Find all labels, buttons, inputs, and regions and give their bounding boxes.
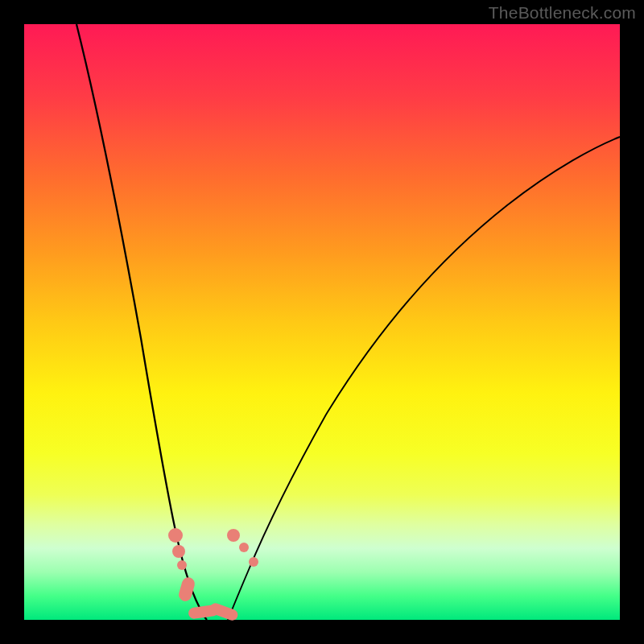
left-curve	[76, 24, 207, 620]
marker-dot	[177, 560, 187, 570]
marker-dot	[249, 557, 258, 567]
right-curve	[228, 137, 620, 620]
marker-dot	[168, 528, 183, 543]
marker-group	[168, 528, 258, 622]
marker-dot	[172, 545, 185, 558]
marker-capsule	[177, 576, 196, 602]
curve-layer	[24, 24, 620, 620]
watermark-text: TheBottleneck.com	[489, 3, 636, 23]
marker-dot	[239, 543, 249, 552]
marker-dot	[227, 529, 240, 542]
chart-frame: TheBottleneck.com	[0, 0, 644, 644]
plot-area	[24, 24, 620, 620]
